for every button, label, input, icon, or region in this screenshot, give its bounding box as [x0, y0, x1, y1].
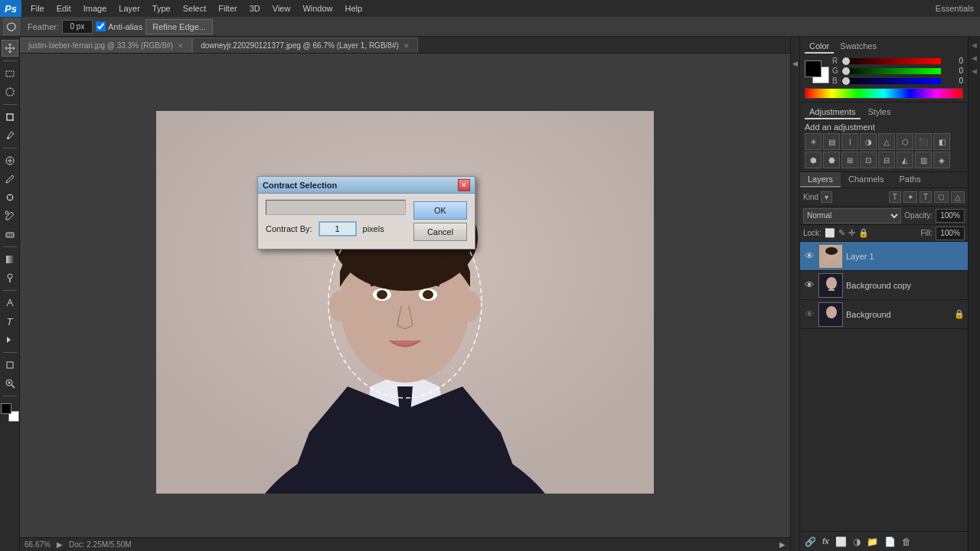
gradmap-adj-icon[interactable]: ▥ — [915, 152, 932, 168]
tab-adjustments[interactable]: Adjustments — [805, 106, 861, 119]
shape-tool[interactable] — [2, 357, 18, 373]
refine-edge-button[interactable]: Refine Edge... — [145, 19, 213, 34]
menu-file[interactable]: File — [24, 2, 51, 15]
move-tool[interactable] — [2, 40, 18, 57]
hsl-adj-icon[interactable]: ⬡ — [897, 133, 913, 150]
panel-btn-1[interactable]: ◀ — [969, 40, 980, 51]
exposure-adj-icon[interactable]: ◑ — [860, 133, 877, 150]
menu-3d[interactable]: 3D — [243, 2, 266, 15]
menu-window[interactable]: Window — [296, 2, 338, 15]
marquee-tool[interactable] — [2, 65, 18, 82]
tab-channels[interactable]: Channels — [841, 172, 891, 187]
delete-layer-icon[interactable]: 🗑 — [902, 536, 911, 547]
green-slider[interactable] — [842, 68, 941, 74]
dodge-tool[interactable] — [2, 269, 18, 286]
ok-button[interactable]: OK — [413, 201, 467, 220]
blend-mode-select[interactable]: Normal — [803, 208, 901, 223]
add-effect-icon[interactable]: fx — [822, 537, 829, 546]
eraser-tool[interactable] — [2, 226, 18, 243]
gradient-tool[interactable] — [2, 251, 18, 268]
curves-adj-icon[interactable]: ⌇ — [841, 133, 858, 150]
add-mask-icon[interactable]: ⬜ — [835, 536, 847, 547]
fg-bg-color[interactable] — [1, 403, 19, 422]
color-spectrum-bar[interactable] — [805, 88, 963, 99]
fg-bg-swatches[interactable] — [805, 60, 829, 83]
menu-edit[interactable]: Edit — [51, 2, 77, 15]
tab-downey[interactable]: downeyjr.220290121377.jpeg @ 66.7% (Laye… — [192, 37, 418, 53]
bg-copy-visibility-btn[interactable]: 👁 — [803, 279, 815, 292]
lock-position-btn[interactable]: ✎ — [838, 228, 845, 238]
filter-icon2[interactable]: ✦ — [903, 191, 917, 203]
colorlookup-adj-icon[interactable]: ⊞ — [841, 152, 858, 168]
menu-filter[interactable]: Filter — [212, 2, 243, 15]
tab-justin[interactable]: justin-bieber-ferrari.jpg @ 33.3% (RGB/8… — [20, 37, 192, 53]
healing-tool[interactable] — [2, 152, 18, 169]
feather-input[interactable] — [62, 20, 93, 34]
menu-view[interactable]: View — [266, 2, 297, 15]
background-visibility-btn[interactable]: 👁 — [803, 308, 815, 321]
filter-icon3[interactable]: T — [920, 191, 932, 203]
contract-value-input[interactable] — [318, 221, 357, 236]
layer-item-layer1[interactable]: 👁 Layer 1 — [800, 242, 968, 271]
close-tab-downey[interactable]: ✕ — [403, 42, 410, 50]
brush-tool[interactable] — [2, 171, 18, 187]
lock-pixels-btn[interactable]: ⬜ — [825, 228, 835, 238]
menu-help[interactable]: Help — [339, 2, 369, 15]
channelmixer-adj-icon[interactable]: ⬣ — [823, 152, 840, 168]
levels-adj-icon[interactable]: ▤ — [823, 133, 840, 150]
posterize-adj-icon[interactable]: ⊟ — [878, 152, 895, 168]
lock-move-btn[interactable]: ✛ — [848, 228, 855, 238]
add-folder-icon[interactable]: 📁 — [867, 536, 878, 547]
bw-adj-icon[interactable]: ◧ — [933, 133, 950, 150]
menu-type[interactable]: Type — [146, 2, 177, 15]
menu-select[interactable]: Select — [177, 2, 213, 15]
layer1-visibility-btn[interactable]: 👁 — [803, 250, 815, 262]
menu-image[interactable]: Image — [77, 2, 113, 15]
foreground-swatch[interactable] — [805, 60, 822, 77]
add-layer-icon[interactable]: 📄 — [884, 536, 896, 547]
colorbalance-adj-icon[interactable]: ⬛ — [915, 133, 932, 150]
invert-adj-icon[interactable]: ⊡ — [860, 152, 877, 168]
layer-item-bg-copy[interactable]: 👁 Background copy — [800, 271, 968, 300]
red-slider[interactable] — [842, 58, 941, 64]
fill-input[interactable] — [936, 227, 965, 240]
crop-tool[interactable] — [2, 109, 18, 126]
link-layers-icon[interactable]: 🔗 — [805, 536, 816, 547]
filter-kind-btn[interactable]: ▾ — [821, 191, 832, 203]
tab-color[interactable]: Color — [805, 40, 834, 54]
blue-slider[interactable] — [842, 78, 941, 84]
tab-swatches[interactable]: Swatches — [835, 40, 881, 54]
tab-layers[interactable]: Layers — [800, 172, 841, 187]
lasso-tool-btn[interactable] — [3, 18, 20, 35]
threshold-adj-icon[interactable]: ◭ — [897, 152, 913, 168]
panel-btn-2[interactable]: ◀ — [969, 53, 980, 64]
brightness-adj-icon[interactable]: ☀ — [805, 133, 822, 150]
text-tool[interactable]: T — [2, 313, 18, 330]
close-tab-justin[interactable]: ✕ — [178, 42, 184, 50]
path-selection-tool[interactable] — [2, 331, 18, 348]
dialog-close-button[interactable]: ✕ — [458, 179, 470, 191]
photofilter-adj-icon[interactable]: ⬢ — [805, 152, 822, 168]
history-brush-tool[interactable] — [2, 207, 18, 224]
tab-styles[interactable]: Styles — [864, 106, 896, 119]
lock-all-btn[interactable]: 🔒 — [858, 228, 869, 238]
panel-btn-3[interactable]: ◀ — [969, 66, 980, 77]
filter-icon4[interactable]: ⬡ — [934, 191, 949, 203]
eyedropper-tool[interactable] — [2, 127, 18, 144]
anti-alias-check[interactable]: Anti-alias — [96, 21, 142, 31]
clone-tool[interactable] — [2, 189, 18, 206]
vibrance-adj-icon[interactable]: △ — [878, 133, 895, 150]
layer-item-background[interactable]: 👁 Background 🔒 — [800, 300, 968, 329]
cancel-button[interactable]: Cancel — [413, 223, 467, 241]
opacity-input[interactable] — [936, 209, 965, 223]
tab-paths[interactable]: Paths — [892, 172, 929, 187]
pen-tool[interactable] — [2, 295, 18, 311]
selectcolor-adj-icon[interactable]: ◈ — [933, 152, 950, 168]
lasso-tool[interactable] — [2, 83, 18, 100]
filter-icon1[interactable]: T — [889, 191, 901, 203]
panel-collapse-btn[interactable]: ◀ — [790, 37, 799, 551]
zoom-tool[interactable] — [2, 375, 18, 392]
filter-icon5[interactable]: △ — [951, 191, 965, 203]
menu-layer[interactable]: Layer — [113, 2, 146, 15]
add-adjustment-icon[interactable]: ◑ — [853, 536, 861, 547]
